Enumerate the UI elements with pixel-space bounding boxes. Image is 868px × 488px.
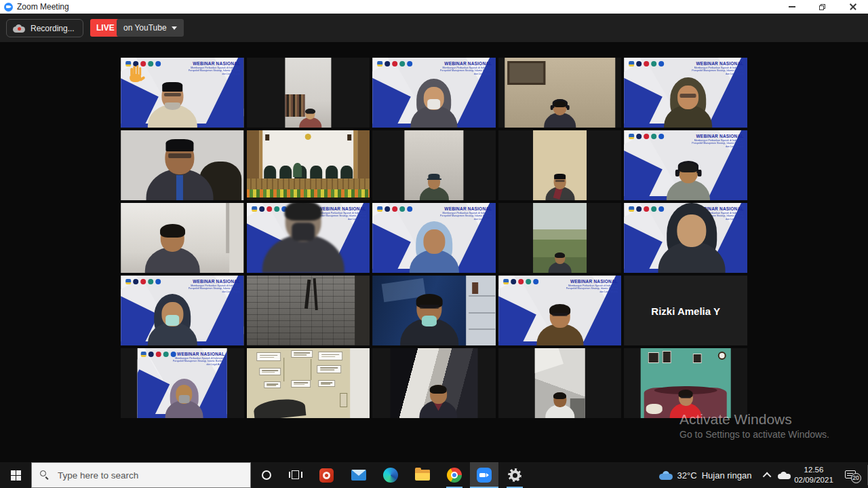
start-button[interactable] xyxy=(0,462,31,488)
video-feed xyxy=(247,348,370,418)
video-tile-12[interactable]: WEBINAR NASIONALMembangun Perbankan Syar… xyxy=(247,203,370,273)
banner-logo xyxy=(377,61,382,67)
video-tile-24[interactable] xyxy=(498,348,622,418)
banner-logo xyxy=(644,61,650,67)
search-icon xyxy=(40,470,50,480)
video-feed: WEBINAR NASIONALMembangun Perbankan Syar… xyxy=(624,58,747,128)
participant-figure xyxy=(544,387,576,418)
video-tile-5[interactable]: WEBINAR NASIONALMembangun Perbankan Syar… xyxy=(624,58,747,128)
taskbar-weather[interactable]: 32°C Hujan ringan xyxy=(651,462,760,488)
participant-grid: WEBINAR NASIONALMembangun Perbankan Syar… xyxy=(121,58,747,418)
taskbar-app-file-explorer[interactable] xyxy=(406,462,438,488)
banner-text: WEBINAR NASIONALMembangun Perbankan Syar… xyxy=(672,61,743,75)
video-tile-14[interactable] xyxy=(498,203,622,273)
youtube-stream-dropdown[interactable]: on YouTube xyxy=(117,19,184,37)
video-tile-16[interactable]: WEBINAR NASIONALMembangun Perbankan Syar… xyxy=(121,276,244,345)
file-explorer-icon xyxy=(415,470,430,481)
banner-logo xyxy=(652,61,657,67)
video-feed xyxy=(391,348,478,418)
banner-text: WEBINAR NASIONALMembangun Perbankan Syar… xyxy=(169,279,240,293)
banner-logo xyxy=(644,206,650,212)
video-tile-21[interactable]: WEBINAR NASIONALMembangun Perbankan Syar… xyxy=(121,348,244,418)
video-tile-2[interactable] xyxy=(247,58,370,128)
video-tile-3[interactable]: WEBINAR NASIONALMembangun Perbankan Syar… xyxy=(372,58,496,128)
participant-figure xyxy=(661,76,715,128)
banner-subtitle: dan Legal Aspek xyxy=(547,290,618,293)
banner-subtitle: dan Legal Aspek xyxy=(420,73,492,75)
taskbar-app-chrome[interactable] xyxy=(438,462,470,488)
video-feed: WEBINAR NASIONALMembangun Perbankan Syar… xyxy=(138,348,228,418)
banner-logos xyxy=(629,61,665,67)
recording-button[interactable]: Recording... xyxy=(6,19,83,37)
taskbar-app-mail[interactable] xyxy=(342,462,374,488)
office-chair xyxy=(253,397,307,418)
taskbar-search[interactable] xyxy=(31,462,251,488)
banner-logo xyxy=(629,206,635,212)
video-tile-1[interactable]: WEBINAR NASIONALMembangun Perbankan Syar… xyxy=(121,58,244,128)
video-tile-22[interactable] xyxy=(247,348,370,418)
banner-text: WEBINAR NASIONALMembangun Perbankan Syar… xyxy=(169,61,240,75)
emblem xyxy=(305,134,311,140)
banner-logo xyxy=(518,279,524,284)
video-tile-19[interactable]: WEBINAR NASIONALMembangun Perbankan Syar… xyxy=(498,276,622,345)
cortana-button[interactable] xyxy=(252,462,281,488)
windows-logo-icon xyxy=(11,470,21,481)
participant-figure xyxy=(542,93,578,128)
banner-logo xyxy=(392,206,397,212)
picture-frame xyxy=(663,351,671,363)
banner-logo xyxy=(652,134,657,139)
video-feed xyxy=(533,203,587,273)
video-tile-7[interactable] xyxy=(247,130,370,200)
gear-icon xyxy=(508,468,521,482)
minimize-icon xyxy=(789,6,795,7)
taskbar-app-edge[interactable] xyxy=(374,462,406,488)
taskbar-app-office[interactable] xyxy=(311,462,342,488)
banner-logo xyxy=(141,352,146,357)
close-button[interactable] xyxy=(837,0,868,14)
power-socket xyxy=(340,393,348,407)
video-tile-4[interactable] xyxy=(498,58,622,128)
video-tile-25[interactable] xyxy=(624,348,747,418)
search-input[interactable] xyxy=(56,470,239,481)
video-tile-8[interactable] xyxy=(372,130,496,200)
seated-person xyxy=(294,163,302,177)
title-bar: Zoom Meeting xyxy=(0,0,868,14)
banner-logo xyxy=(629,134,635,139)
minimize-button[interactable] xyxy=(776,0,807,14)
video-feed: Rizki Amelia Y xyxy=(624,276,747,345)
live-badge: LIVE xyxy=(90,19,121,37)
video-feed xyxy=(247,130,370,200)
banner-logo xyxy=(163,352,169,357)
banner-logo xyxy=(125,279,131,284)
taskbar-app-zoom[interactable] xyxy=(470,462,498,488)
cortana-icon xyxy=(262,470,271,480)
chevron-down-icon xyxy=(172,26,177,30)
video-tile-20[interactable]: Rizki Amelia Y xyxy=(624,276,747,345)
video-feed xyxy=(247,276,370,345)
video-tile-6[interactable] xyxy=(121,130,244,200)
banner-text: WEBINAR NASIONALMembangun Perbankan Syar… xyxy=(420,206,492,221)
banner-logo xyxy=(155,61,161,67)
video-tile-11[interactable] xyxy=(121,203,244,273)
video-tile-9[interactable] xyxy=(498,130,622,200)
cloud-icon xyxy=(778,472,791,479)
taskbar-clock[interactable]: 12.56 02/09/2021 xyxy=(789,462,838,488)
video-tile-18[interactable] xyxy=(372,276,496,345)
restore-button[interactable] xyxy=(807,0,837,14)
video-feed xyxy=(121,203,244,273)
video-tile-13[interactable]: WEBINAR NASIONALMembangun Perbankan Syar… xyxy=(372,203,496,273)
taskbar-app-settings[interactable] xyxy=(500,462,530,488)
participant-figure xyxy=(144,293,200,345)
video-feed xyxy=(641,348,731,418)
wall-clock xyxy=(718,352,726,360)
task-view-button[interactable] xyxy=(281,462,311,488)
action-center-button[interactable]: 20 xyxy=(840,462,861,488)
chrome-icon xyxy=(447,468,462,483)
banner-logos xyxy=(125,279,161,284)
video-tile-17[interactable] xyxy=(247,276,370,345)
participant-figure xyxy=(144,75,200,128)
video-tile-10[interactable]: WEBINAR NASIONALMembangun Perbankan Syar… xyxy=(624,130,747,200)
video-tile-23[interactable] xyxy=(372,348,496,418)
video-tile-15[interactable]: WEBINAR NASIONALMembangun Perbankan Syar… xyxy=(624,203,747,273)
clock-time: 12.56 xyxy=(804,465,824,475)
